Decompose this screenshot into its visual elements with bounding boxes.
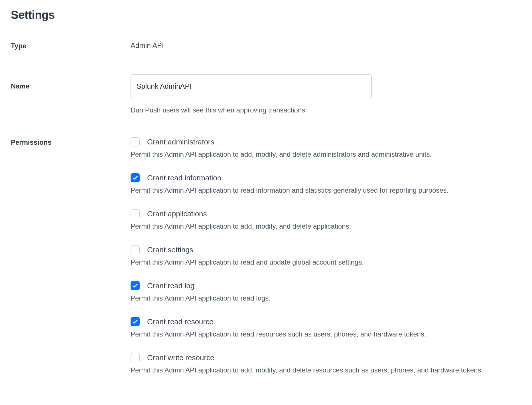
permission-item: Grant read informationPermit this Admin … <box>131 173 521 194</box>
permission-header: Grant administrators <box>131 137 521 146</box>
permission-label: Grant applications <box>147 209 207 218</box>
permission-checkbox[interactable] <box>131 353 140 362</box>
name-help-text: Duo Push users will see this when approv… <box>131 106 521 114</box>
permissions-row: Permissions Grant administratorsPermit t… <box>11 127 521 382</box>
checkmark-icon <box>133 320 138 324</box>
permissions-list: Grant administratorsPermit this Admin AP… <box>131 137 521 374</box>
name-row: Name Duo Push users will see this when a… <box>11 61 521 127</box>
permission-checkbox[interactable] <box>131 245 140 254</box>
permission-label: Grant administrators <box>147 138 214 146</box>
type-row: Type Admin API <box>11 35 521 61</box>
permission-label: Grant settings <box>147 245 193 254</box>
name-value-col: Duo Push users will see this when approv… <box>131 74 521 114</box>
permission-header: Grant applications <box>131 209 521 218</box>
permission-header: Grant read log <box>131 281 521 290</box>
permission-checkbox[interactable] <box>131 173 140 182</box>
permission-item: Grant read logPermit this Admin API appl… <box>131 281 521 302</box>
type-label: Type <box>11 41 131 50</box>
permission-checkbox[interactable] <box>131 209 140 218</box>
permission-description: Permit this Admin API application to rea… <box>131 294 521 302</box>
name-input[interactable] <box>131 74 371 98</box>
permission-header: Grant read resource <box>131 317 521 326</box>
page-title: Settings <box>11 9 521 21</box>
permission-header: Grant write resource <box>131 353 521 362</box>
permission-description: Permit this Admin API application to rea… <box>131 186 521 194</box>
permissions-label: Permissions <box>11 137 131 146</box>
permission-header: Grant settings <box>131 245 521 254</box>
permission-item: Grant applicationsPermit this Admin API … <box>131 209 521 230</box>
permission-item: Grant write resourcePermit this Admin AP… <box>131 353 521 374</box>
permissions-value-col: Grant administratorsPermit this Admin AP… <box>131 137 521 374</box>
permission-checkbox[interactable] <box>131 281 140 290</box>
checkmark-icon <box>133 284 138 288</box>
permission-item: Grant read resourcePermit this Admin API… <box>131 317 521 338</box>
permission-checkbox[interactable] <box>131 137 140 146</box>
checkmark-icon <box>133 176 138 180</box>
permission-description: Permit this Admin API application to rea… <box>131 330 521 338</box>
permission-header: Grant read information <box>131 173 521 182</box>
permission-description: Permit this Admin API application to add… <box>131 150 521 158</box>
permission-description: Permit this Admin API application to add… <box>131 222 521 230</box>
type-value: Admin API <box>131 41 521 50</box>
permission-label: Grant read resource <box>147 317 214 326</box>
name-label: Name <box>11 74 131 90</box>
permission-item: Grant administratorsPermit this Admin AP… <box>131 137 521 158</box>
permission-description: Permit this Admin API application to rea… <box>131 258 521 266</box>
settings-form: Type Admin API Name Duo Push users will … <box>11 35 521 382</box>
permission-label: Grant read information <box>147 174 221 182</box>
permission-label: Grant read log <box>147 281 194 290</box>
permission-checkbox[interactable] <box>131 317 140 326</box>
permission-description: Permit this Admin API application to add… <box>131 366 521 374</box>
permission-item: Grant settingsPermit this Admin API appl… <box>131 245 521 266</box>
permission-label: Grant write resource <box>147 353 214 362</box>
